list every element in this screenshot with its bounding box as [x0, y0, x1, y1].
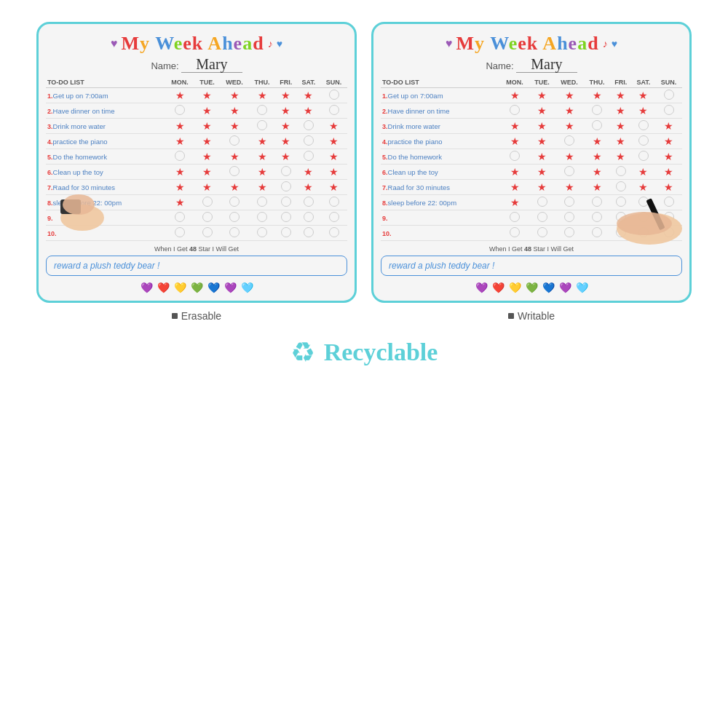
star-filled-icon: ★: [593, 166, 602, 178]
star-cell: [249, 195, 275, 210]
star-cell: [320, 210, 347, 226]
task-cell: 6.Clean up the toy: [381, 165, 500, 180]
heart-icon-left: ♥: [111, 37, 118, 50]
star-filled-icon: ★: [281, 120, 290, 132]
star-cell: [220, 226, 249, 241]
star-cell: ★: [610, 88, 632, 103]
star-cell: ★: [220, 149, 249, 165]
star-cell: ★: [610, 149, 632, 165]
star-cell: [275, 180, 297, 195]
star-cell: ★: [297, 88, 321, 103]
star-cell: [500, 103, 529, 119]
star-cell: [249, 210, 275, 226]
star-filled-icon: ★: [304, 166, 313, 178]
circle-empty-icon: [638, 151, 649, 161]
star-cell: ★: [610, 103, 632, 119]
star-cell: [500, 226, 529, 241]
circle-empty-icon: [202, 212, 213, 222]
col-tue-left: TUE.: [194, 77, 220, 88]
star-cell: [632, 134, 656, 149]
star-filled-icon: ★: [616, 135, 625, 147]
star-cell: ★: [320, 149, 347, 165]
star-cell: ★: [194, 134, 220, 149]
star-cell: [297, 226, 321, 241]
star-filled-icon: ★: [664, 151, 673, 162]
star-filled-icon: ★: [258, 151, 267, 162]
heart-dec-3: 💛: [174, 282, 186, 293]
star-cell: ★: [500, 195, 529, 210]
circle-empty-icon: [304, 212, 314, 222]
table-row: 6.Clean up the toy★★★★★: [381, 165, 682, 180]
table-row: 2.Have dinner on time★★★★: [46, 103, 347, 119]
task-cell: 4.practice the piano: [46, 134, 165, 149]
task-cell: 2.Have dinner on time: [46, 103, 165, 119]
star-cell: [165, 103, 194, 119]
star-filled-icon: ★: [537, 151, 547, 162]
star-cell: ★: [194, 88, 220, 103]
circle-empty-icon: [510, 151, 520, 161]
star-cell: ★: [584, 165, 610, 180]
star-filled-icon: ★: [202, 105, 212, 116]
circle-empty-icon: [175, 227, 185, 237]
reward-label-right: When I Get: [489, 245, 523, 253]
star-filled-icon: ★: [537, 135, 547, 147]
task-cell: 1.Get up on 7:00am: [46, 88, 165, 103]
star-cell: [275, 165, 297, 180]
star-cell: ★: [529, 180, 555, 195]
star-cell: ★: [297, 103, 321, 119]
star-filled-icon: ★: [202, 90, 212, 101]
star-cell: ★: [249, 149, 275, 165]
star-cell: [529, 210, 555, 226]
star-cell: [249, 226, 275, 241]
col-header-tasks-left: TO-DO LIST: [46, 77, 165, 88]
circle-empty-icon: [592, 212, 602, 222]
star-filled-icon: ★: [638, 105, 648, 116]
table-row: 5.Do the homework★★★★★: [381, 149, 682, 165]
circle-empty-icon: [175, 151, 185, 161]
music-icon-right: ♪: [603, 38, 608, 50]
reward-label-left: When I Get: [154, 245, 188, 253]
star-filled-icon: ★: [510, 166, 520, 178]
star-cell: ★: [529, 103, 555, 119]
table-row: 4.practice the piano★★★★★: [46, 134, 347, 149]
heart2-icon-left: ♥: [277, 38, 282, 50]
circle-empty-icon: [281, 212, 291, 222]
star-cell: ★: [584, 149, 610, 165]
circle-empty-icon: [564, 166, 574, 176]
star-cell: ★: [632, 165, 656, 180]
star-filled-icon: ★: [175, 181, 185, 193]
star-filled-icon: ★: [537, 166, 547, 178]
star-filled-icon: ★: [304, 181, 313, 193]
circle-empty-icon: [257, 212, 267, 222]
circle-empty-icon: [304, 151, 314, 161]
circle-empty-icon: [257, 197, 267, 207]
star-cell: [584, 119, 610, 134]
star-cell: [297, 149, 321, 165]
reward-box-right: reward a plush teddy bear !: [381, 256, 682, 276]
star-filled-icon: ★: [510, 135, 520, 147]
star-cell: ★: [249, 134, 275, 149]
heart-dec-6: 💜: [224, 282, 237, 293]
star-cell: ★: [584, 88, 610, 103]
star-filled-icon: ★: [510, 181, 520, 193]
star-cell: ★: [610, 134, 632, 149]
star-cell: [555, 165, 584, 180]
circle-empty-icon: [510, 105, 520, 115]
reward-box-left: reward a plush teddy bear !: [46, 256, 347, 276]
star-cell: ★: [194, 180, 220, 195]
star-cell: ★: [220, 88, 249, 103]
circle-empty-icon: [304, 120, 314, 130]
task-cell: 4.practice the piano: [381, 134, 500, 149]
circle-empty-icon: [329, 227, 339, 237]
erasable-board-card: ♥ My Week Ahead ♪ ♥ Name: Mary TO-DO LIS…: [36, 22, 357, 303]
star-cell: ★: [632, 103, 656, 119]
title-decorations-right: ♥ My Week Ahead ♪ ♥: [381, 33, 682, 55]
star-cell: ★: [320, 119, 347, 134]
star-cell: ★: [275, 88, 297, 103]
circle-empty-icon: [257, 120, 267, 130]
heart2-icon-right: ♥: [612, 38, 617, 50]
circle-empty-icon: [664, 90, 674, 100]
boards-row: ♥ My Week Ahead ♪ ♥ Name: Mary TO-DO LIS…: [15, 22, 713, 322]
star-cell: [555, 226, 584, 241]
star-filled-icon: ★: [664, 166, 673, 178]
